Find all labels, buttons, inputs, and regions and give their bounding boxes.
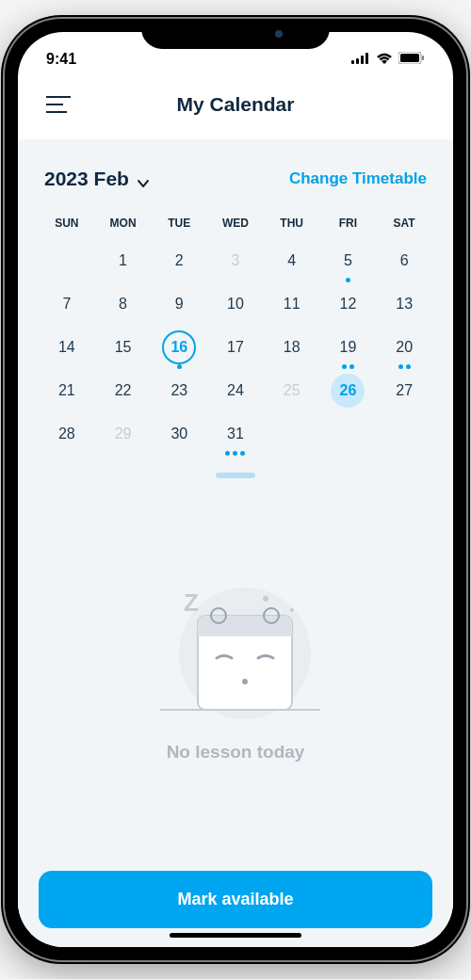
day-cell bbox=[264, 412, 320, 456]
event-dots bbox=[207, 451, 264, 456]
day-cell[interactable]: 22 bbox=[95, 369, 152, 412]
day-cell[interactable]: 25 bbox=[264, 369, 320, 412]
day-number[interactable]: 22 bbox=[106, 374, 140, 408]
day-cell[interactable]: 16 bbox=[151, 326, 207, 369]
phone-screen: 9:41 My Calendar 2023 bbox=[18, 32, 453, 947]
svg-rect-2 bbox=[361, 56, 364, 64]
day-cell[interactable]: 6 bbox=[376, 239, 432, 282]
svg-rect-0 bbox=[351, 60, 354, 64]
day-cell[interactable]: 19 bbox=[320, 326, 377, 369]
day-number[interactable]: 27 bbox=[387, 374, 421, 408]
day-number[interactable]: 15 bbox=[106, 330, 140, 364]
day-number[interactable]: 19 bbox=[331, 330, 365, 364]
day-number[interactable]: 25 bbox=[275, 374, 309, 408]
home-indicator[interactable] bbox=[170, 933, 301, 938]
day-cell[interactable]: 9 bbox=[151, 282, 207, 326]
day-cell[interactable]: 1 bbox=[95, 239, 152, 282]
day-number[interactable]: 31 bbox=[219, 417, 252, 451]
day-number[interactable]: 7 bbox=[50, 287, 84, 321]
phone-frame: 9:41 My Calendar 2023 bbox=[5, 19, 466, 960]
day-number[interactable]: 1 bbox=[106, 244, 140, 278]
day-number[interactable]: 11 bbox=[275, 287, 309, 321]
day-number[interactable]: 23 bbox=[162, 374, 196, 408]
day-cell[interactable]: 24 bbox=[207, 369, 264, 412]
svg-rect-3 bbox=[365, 53, 368, 64]
day-number[interactable]: 29 bbox=[106, 417, 140, 451]
day-cell[interactable]: 5 bbox=[320, 239, 377, 282]
weekday-header: FRI bbox=[320, 211, 377, 239]
day-number[interactable]: 28 bbox=[50, 417, 84, 451]
day-number[interactable]: 12 bbox=[331, 287, 365, 321]
day-cell[interactable]: 4 bbox=[264, 239, 320, 282]
day-cell[interactable]: 18 bbox=[264, 326, 320, 369]
menu-icon[interactable] bbox=[46, 96, 71, 113]
svg-rect-18 bbox=[198, 629, 292, 636]
day-cell[interactable]: 8 bbox=[95, 282, 152, 326]
day-number[interactable]: 6 bbox=[387, 244, 421, 278]
month-label-text: 2023 Feb bbox=[44, 168, 129, 190]
day-number[interactable]: 17 bbox=[219, 330, 252, 364]
day-number[interactable]: 5 bbox=[331, 244, 365, 278]
day-cell[interactable]: 15 bbox=[95, 326, 152, 369]
app-header: My Calendar bbox=[18, 75, 453, 139]
empty-state: Z Z No lesson tod bbox=[39, 478, 432, 871]
page-title: My Calendar bbox=[18, 93, 453, 116]
day-number[interactable]: 2 bbox=[162, 244, 196, 278]
day-cell[interactable]: 11 bbox=[264, 282, 320, 326]
svg-rect-5 bbox=[400, 54, 419, 62]
day-cell[interactable]: 7 bbox=[39, 282, 95, 326]
svg-text:Z: Z bbox=[184, 588, 199, 617]
weekday-header: WED bbox=[207, 211, 264, 239]
svg-point-21 bbox=[242, 679, 248, 684]
month-selector[interactable]: 2023 Feb bbox=[44, 168, 150, 190]
day-number[interactable]: 24 bbox=[219, 374, 252, 408]
day-number[interactable]: 21 bbox=[50, 374, 84, 408]
day-cell[interactable]: 29 bbox=[95, 412, 152, 456]
battery-icon bbox=[398, 51, 425, 68]
day-cell[interactable]: 28 bbox=[39, 412, 95, 456]
day-cell[interactable]: 10 bbox=[207, 282, 264, 326]
day-number[interactable]: 4 bbox=[275, 244, 309, 278]
sleeping-calendar-illustration: Z Z bbox=[132, 578, 339, 729]
day-number[interactable]: 16 bbox=[162, 330, 196, 364]
day-number[interactable]: 18 bbox=[275, 330, 309, 364]
weekday-header: SAT bbox=[376, 211, 432, 239]
day-cell[interactable]: 13 bbox=[376, 282, 432, 326]
day-number[interactable]: 3 bbox=[219, 244, 252, 278]
day-cell[interactable]: 12 bbox=[320, 282, 377, 326]
day-cell bbox=[320, 412, 377, 456]
mark-available-button[interactable]: Mark available bbox=[39, 871, 432, 928]
day-cell[interactable]: 30 bbox=[151, 412, 207, 456]
status-time: 9:41 bbox=[46, 51, 76, 68]
day-cell[interactable]: 20 bbox=[376, 326, 432, 369]
chevron-down-icon bbox=[137, 172, 150, 185]
day-number[interactable]: 9 bbox=[162, 287, 196, 321]
day-cell[interactable]: 2 bbox=[151, 239, 207, 282]
svg-point-14 bbox=[290, 608, 294, 612]
svg-point-13 bbox=[263, 596, 268, 602]
day-number[interactable]: 30 bbox=[162, 417, 196, 451]
day-cell[interactable]: 3 bbox=[207, 239, 264, 282]
day-cell[interactable]: 31 bbox=[207, 412, 264, 456]
calendar-grid: SUNMONTUEWEDTHUFRISAT1234567891011121314… bbox=[39, 211, 432, 456]
day-number[interactable]: 20 bbox=[387, 330, 421, 364]
content-area: 2023 Feb Change Timetable SUNMONTUEWEDTH… bbox=[18, 139, 453, 947]
day-cell[interactable]: 14 bbox=[39, 326, 95, 369]
day-number[interactable]: 8 bbox=[106, 287, 140, 321]
day-number[interactable]: 10 bbox=[219, 287, 252, 321]
day-cell[interactable]: 27 bbox=[376, 369, 432, 412]
day-cell[interactable]: 23 bbox=[151, 369, 207, 412]
weekday-header: MON bbox=[95, 211, 152, 239]
change-timetable-link[interactable]: Change Timetable bbox=[289, 169, 427, 188]
day-cell[interactable]: 21 bbox=[39, 369, 95, 412]
wifi-icon bbox=[376, 51, 393, 68]
day-number[interactable]: 14 bbox=[50, 330, 84, 364]
weekday-header: THU bbox=[264, 211, 320, 239]
day-cell[interactable]: 17 bbox=[207, 326, 264, 369]
status-icons bbox=[351, 51, 425, 68]
day-number[interactable]: 13 bbox=[387, 287, 421, 321]
weekday-header: TUE bbox=[151, 211, 207, 239]
day-cell[interactable]: 26 bbox=[320, 369, 377, 412]
month-row: 2023 Feb Change Timetable bbox=[39, 168, 432, 190]
day-number[interactable]: 26 bbox=[331, 374, 365, 408]
